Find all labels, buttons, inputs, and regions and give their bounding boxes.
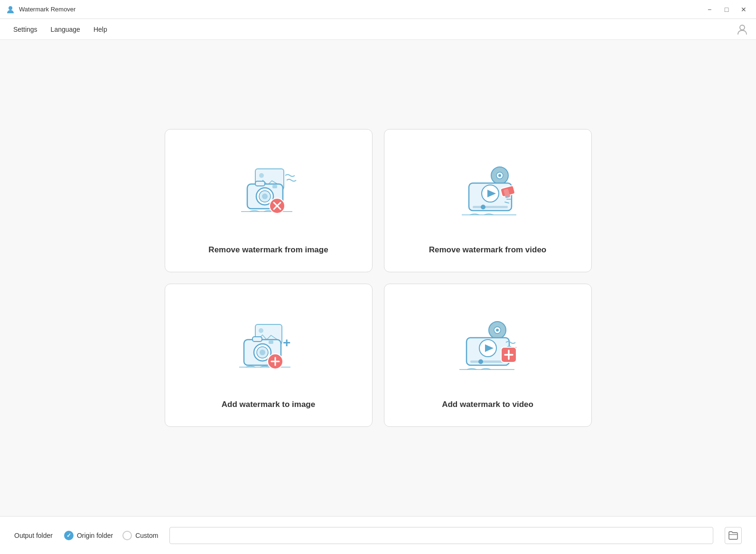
menu-language[interactable]: Language <box>45 23 86 36</box>
svg-point-16 <box>498 174 501 177</box>
user-icon[interactable] <box>736 23 748 36</box>
radio-group: Origin folder Custom <box>64 531 159 540</box>
radio-custom-label: Custom <box>135 532 158 539</box>
svg-point-30 <box>260 350 265 355</box>
title-bar-left: Watermark Remover <box>6 5 75 14</box>
svg-rect-8 <box>255 181 265 186</box>
svg-rect-31 <box>252 337 262 342</box>
folder-path-input[interactable] <box>169 527 713 544</box>
radio-origin-circle <box>64 531 74 540</box>
menu-help[interactable]: Help <box>88 23 113 36</box>
radio-custom-option[interactable]: Custom <box>122 531 158 540</box>
card-remove-image-label: Remove watermark from image <box>208 245 328 255</box>
app-title: Watermark Remover <box>19 6 75 13</box>
svg-point-40 <box>496 329 499 332</box>
svg-point-1 <box>740 25 745 30</box>
radio-origin-label: Origin folder <box>77 532 113 539</box>
card-add-video-label: Add watermark to video <box>442 400 533 409</box>
svg-rect-18 <box>473 206 508 208</box>
maximize-button[interactable]: □ <box>720 3 733 16</box>
close-button[interactable]: ✕ <box>737 3 750 16</box>
card-add-video[interactable]: Add watermark to video <box>384 284 592 427</box>
radio-origin-option[interactable]: Origin folder <box>64 531 113 540</box>
svg-rect-42 <box>470 360 505 363</box>
card-remove-video-label: Remove watermark from video <box>429 245 547 255</box>
card-add-image-icon: + <box>226 303 311 388</box>
svg-point-26 <box>259 328 263 333</box>
svg-point-7 <box>262 194 268 199</box>
minimize-button[interactable]: − <box>703 3 716 16</box>
card-remove-video[interactable]: Remove watermark from video <box>384 129 592 272</box>
svg-point-3 <box>259 173 264 178</box>
card-add-image-label: Add watermark to image <box>222 400 315 409</box>
footer: Output folder Origin folder Custom <box>0 516 756 554</box>
radio-custom-circle <box>122 531 132 540</box>
card-remove-video-icon <box>445 148 531 234</box>
menu-items: Settings Language Help <box>8 23 113 36</box>
app-icon <box>6 5 15 14</box>
svg-point-0 <box>9 6 12 10</box>
output-folder-label: Output folder <box>14 532 53 539</box>
card-remove-image-icon <box>226 148 311 234</box>
card-add-image[interactable]: + Add watermark to image <box>165 284 373 427</box>
main-content: Remove watermark from image <box>0 40 756 516</box>
svg-point-43 <box>478 360 483 364</box>
svg-text:+: + <box>283 335 290 350</box>
menu-bar: Settings Language Help <box>0 19 756 40</box>
svg-rect-32 <box>269 341 273 344</box>
card-add-video-icon <box>445 303 531 388</box>
menu-settings[interactable]: Settings <box>8 23 43 36</box>
card-remove-image[interactable]: Remove watermark from image <box>165 129 373 272</box>
cards-grid: Remove watermark from image <box>165 129 592 427</box>
svg-point-19 <box>481 205 485 210</box>
browse-folder-button[interactable] <box>725 527 742 544</box>
title-bar: Watermark Remover − □ ✕ <box>0 0 756 19</box>
title-bar-controls: − □ ✕ <box>703 3 750 16</box>
svg-rect-9 <box>272 185 277 188</box>
